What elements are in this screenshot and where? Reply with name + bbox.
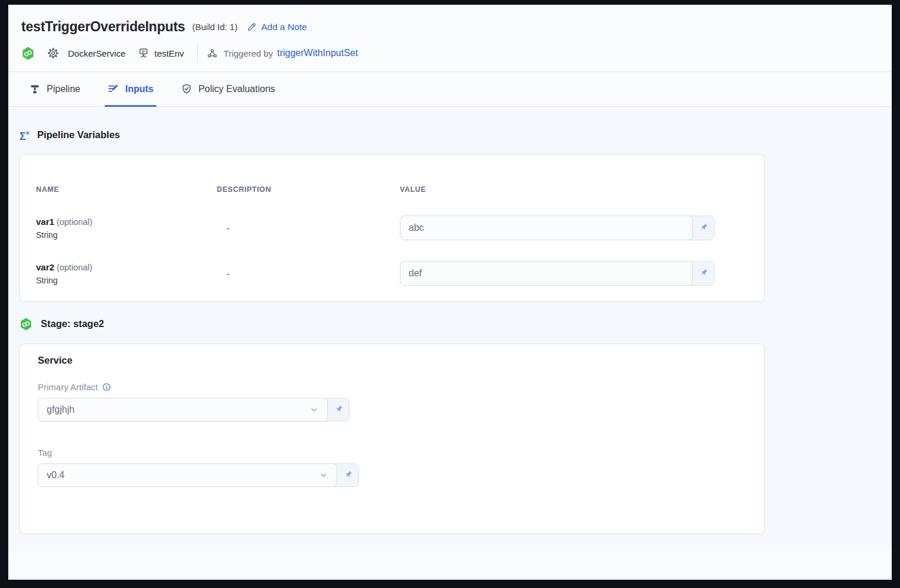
triggered-by-label: Triggered by [224,48,273,58]
execution-header: testTriggerOverrideInputs (Build Id: 1) … [8,5,892,72]
sigma-variables-icon: Σ× [19,129,30,141]
service-card-title: Service [38,355,764,366]
variable-value-group: abc [400,215,715,240]
variable-row: var2 (optional) String - def [36,261,715,286]
pin-icon [333,404,344,415]
variable-optional-flag: (optional) [57,217,92,227]
inputs-icon [107,83,119,95]
column-header-description: DESCRIPTION [217,185,400,194]
stage-section-header: Stage: stage2 [19,317,892,331]
tab-bar: Pipeline Inputs Policy Evaluations [8,72,892,107]
column-header-value: VALUE [400,185,715,194]
pipeline-icon [29,83,41,95]
divider [197,43,198,63]
variables-table-header: NAME DESCRIPTION VALUE [36,185,715,194]
variable-value-group: def [400,261,715,286]
build-id: (Build Id: 1) [192,22,237,32]
variable-value-input[interactable]: abc [400,215,693,240]
pin-icon [343,470,353,481]
tag-select-group: v0.4 [38,463,359,487]
pin-icon [698,268,709,279]
page-title: testTriggerOverrideInputs [21,19,185,35]
variable-name: var1 [36,217,54,227]
variable-type: String [36,276,217,285]
variable-description: - [217,269,400,279]
tab-pipeline-label: Pipeline [47,84,80,94]
stage-title: Stage: stage2 [41,317,104,331]
tab-policy-evaluations-label: Policy Evaluations [198,84,275,94]
trigger-link[interactable]: triggerWithInputSet [277,48,358,58]
pipeline-variables-title: Pipeline Variables [37,128,120,142]
pin-button[interactable] [693,216,714,240]
pencil-icon [247,22,257,32]
service-card: Service Primary Artifact gfgjhjh [19,344,765,534]
cd-stage-icon [21,47,35,60]
pin-button[interactable] [337,464,358,486]
primary-artifact-select-group: gfgjhjh [38,398,350,422]
trigger-icon [207,48,218,59]
footer-strip [8,550,892,579]
stage-hexagon-icon [19,318,32,331]
service-name[interactable]: DockerService [68,48,126,58]
pin-icon [698,223,709,233]
primary-artifact-select[interactable]: gfgjhjh [38,398,328,422]
pin-button[interactable] [693,262,714,285]
environment-name[interactable]: testEnv [155,48,184,58]
variable-description: - [217,223,400,233]
pipeline-variables-card: NAME DESCRIPTION VALUE var1 (optional) S… [19,154,765,302]
pipeline-variables-section-header: Σ× Pipeline Variables [19,128,892,142]
tab-inputs-label: Inputs [125,84,154,94]
primary-artifact-label: Primary Artifact [38,382,764,392]
tag-label: Tag [38,447,764,458]
add-note-button[interactable]: Add a Note [247,22,307,32]
variable-row: var1 (optional) String - abc [36,215,715,240]
tab-inputs[interactable]: Inputs [105,72,156,106]
chevron-down-icon [319,471,328,480]
add-note-label: Add a Note [261,22,307,32]
variable-type: String [36,230,217,240]
variable-optional-flag: (optional) [57,263,92,272]
info-icon[interactable] [102,383,111,391]
variable-name: var2 [36,262,54,272]
service-gear-icon [47,47,60,60]
variable-value-input[interactable]: def [400,261,693,286]
pin-button[interactable] [328,398,349,421]
inputs-tab-content: Σ× Pipeline Variables NAME DESCRIPTION V… [8,107,892,580]
tab-pipeline[interactable]: Pipeline [26,72,83,106]
column-header-name: NAME [36,185,217,194]
chevron-down-icon [309,405,319,414]
app-window: testTriggerOverrideInputs (Build Id: 1) … [8,5,892,580]
shield-check-icon [181,83,193,95]
tab-policy-evaluations[interactable]: Policy Evaluations [178,72,278,106]
tag-select[interactable]: v0.4 [38,463,337,487]
environment-icon [138,47,149,59]
